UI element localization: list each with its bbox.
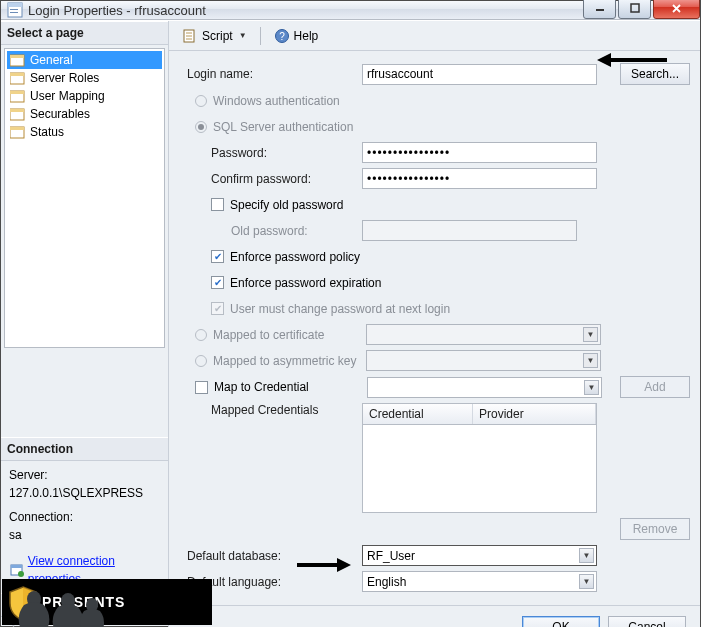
svg-text:?: ? [279, 31, 285, 42]
mapped-to-certificate-label: Mapped to certificate [213, 328, 366, 342]
map-to-credential-label: Map to Credential [214, 380, 367, 394]
old-password-input [362, 220, 577, 241]
nav-label: Securables [30, 107, 90, 121]
connection-value: sa [9, 526, 160, 544]
page-icon [10, 54, 26, 67]
svg-rect-9 [10, 73, 24, 76]
nav-label: Status [30, 125, 64, 139]
watermark-banner: PRESENTS [2, 579, 212, 625]
credential-combo[interactable]: ▼ [367, 377, 602, 398]
default-language-label: Default language: [187, 575, 362, 589]
must-change-password-checkbox: ✔ [211, 302, 224, 315]
svg-rect-3 [10, 12, 18, 13]
page-status[interactable]: Status [7, 123, 162, 141]
script-icon [182, 28, 198, 44]
maximize-button[interactable] [618, 0, 651, 19]
chevron-down-icon: ▼ [583, 327, 598, 342]
certificate-combo: ▼ [366, 324, 601, 345]
select-page-header: Select a page [1, 21, 168, 45]
chevron-down-icon: ▼ [583, 353, 598, 368]
default-language-value: English [367, 575, 406, 589]
page-icon [10, 126, 26, 139]
svg-rect-17 [11, 565, 22, 568]
default-database-combo[interactable]: RF_User ▼ [362, 545, 597, 566]
nav-label: General [30, 53, 73, 67]
cancel-button[interactable]: Cancel [608, 616, 686, 628]
default-language-combo[interactable]: English ▼ [362, 571, 597, 592]
app-icon [7, 2, 23, 18]
windows-auth-radio [195, 95, 207, 107]
svg-rect-1 [8, 3, 22, 7]
col-credential: Credential [363, 404, 473, 424]
svg-rect-2 [10, 9, 18, 10]
map-to-credential-checkbox[interactable] [195, 381, 208, 394]
connection-header: Connection [1, 437, 168, 461]
general-form: Login name: Search... Windows authentica… [169, 51, 700, 605]
script-label: Script [202, 29, 233, 43]
must-change-password-label: User must change password at next login [230, 302, 450, 316]
window-title: Login Properties - rfrusaccount [28, 3, 206, 18]
server-label: Server: [9, 466, 160, 484]
confirm-password-label: Confirm password: [187, 172, 362, 186]
toolbar-separator [260, 27, 261, 45]
svg-rect-11 [10, 91, 24, 94]
help-label: Help [294, 29, 319, 43]
svg-rect-7 [10, 55, 24, 58]
dialog-footer: OK Cancel [169, 605, 700, 627]
old-password-label: Old password: [187, 224, 362, 238]
windows-auth-label: Windows authentication [213, 94, 340, 108]
specify-old-password-checkbox[interactable] [211, 198, 224, 211]
svg-point-18 [18, 571, 24, 577]
search-button[interactable]: Search... [620, 63, 690, 85]
enforce-expiration-checkbox[interactable]: ✔ [211, 276, 224, 289]
chevron-down-icon: ▼ [579, 548, 594, 563]
specify-old-password-label: Specify old password [230, 198, 343, 212]
enforce-expiration-label: Enforce password expiration [230, 276, 381, 290]
col-provider: Provider [473, 404, 596, 424]
mapped-credentials-header: Credential Provider [362, 403, 597, 425]
chevron-down-icon: ▼ [579, 574, 594, 589]
mapped-credentials-grid[interactable] [362, 425, 597, 513]
page-icon [10, 90, 26, 103]
close-button[interactable] [653, 0, 700, 19]
connection-label: Connection: [9, 508, 160, 526]
login-name-input[interactable] [362, 64, 597, 85]
svg-rect-5 [631, 4, 639, 12]
page-securables[interactable]: Securables [7, 105, 162, 123]
script-button[interactable]: Script ▼ [177, 25, 252, 47]
svg-rect-4 [596, 9, 604, 11]
asymmetric-key-combo: ▼ [366, 350, 601, 371]
enforce-policy-label: Enforce password policy [230, 250, 360, 264]
ok-button[interactable]: OK [522, 616, 600, 628]
nav-label: User Mapping [30, 89, 105, 103]
enforce-policy-checkbox[interactable]: ✔ [211, 250, 224, 263]
add-credential-button: Add [620, 376, 690, 398]
remove-credential-button: Remove [620, 518, 690, 540]
dropdown-arrow-icon: ▼ [239, 31, 247, 40]
login-properties-window: Login Properties - rfrusaccount Select a… [0, 0, 701, 627]
nav-label: Server Roles [30, 71, 99, 85]
page-server-roles[interactable]: Server Roles [7, 69, 162, 87]
help-button[interactable]: ? Help [269, 25, 324, 47]
svg-rect-13 [10, 109, 24, 112]
watermark-figure [6, 585, 106, 627]
mapped-to-asymmetric-key-radio [195, 355, 207, 367]
title-bar[interactable]: Login Properties - rfrusaccount [1, 1, 700, 20]
svg-rect-15 [10, 127, 24, 130]
password-input[interactable] [362, 142, 597, 163]
mapped-to-certificate-radio [195, 329, 207, 341]
chevron-down-icon: ▼ [584, 380, 599, 395]
login-name-label: Login name: [187, 67, 362, 81]
properties-icon [9, 562, 24, 578]
page-user-mapping[interactable]: User Mapping [7, 87, 162, 105]
minimize-button[interactable] [583, 0, 616, 19]
connection-info: Server: 127.0.0.1\SQLEXPRESS Connection:… [1, 461, 168, 593]
page-icon [10, 72, 26, 85]
page-nav-list[interactable]: General Server Roles User Mapping Secura… [4, 48, 165, 348]
left-pane: Select a page General Server Roles User … [1, 21, 168, 627]
confirm-password-input[interactable] [362, 168, 597, 189]
default-database-value: RF_User [367, 549, 415, 563]
mapped-credentials-label: Mapped Credentials [187, 403, 362, 417]
page-general[interactable]: General [7, 51, 162, 69]
right-pane: Script ▼ ? Help Login name: Search... [168, 21, 700, 627]
